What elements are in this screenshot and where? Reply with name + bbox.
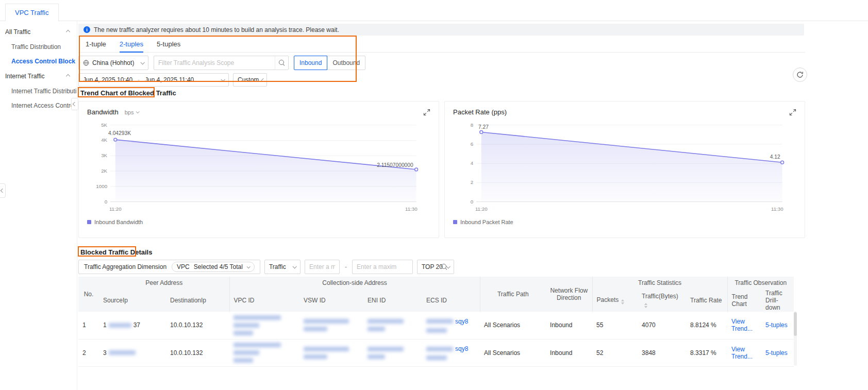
view-trend-link[interactable]: View Trend... <box>731 318 753 332</box>
date-row: Jun 4, 2025 10:40 - Jun 4, 2025 11:40 Cu… <box>78 73 267 87</box>
redacted-value <box>109 323 131 328</box>
table-row: 1 1 37 10.0.10.132 <box>78 312 794 339</box>
aggregation-selected-count: Selected 4/5 Total <box>194 263 243 270</box>
sidebar-collapse-button[interactable] <box>71 98 78 110</box>
redacted-value <box>233 350 259 355</box>
table-vertical-scrollbar[interactable] <box>794 311 797 366</box>
col-header-destinationip: DestinationIp <box>166 289 229 312</box>
chevron-down-icon <box>292 264 296 268</box>
col-header-traffic-bytes[interactable]: Traffic(Bytes) <box>638 289 686 312</box>
svg-text:7.27: 7.27 <box>478 124 489 130</box>
details-filter-row: Traffic Aggregation Dimension VPC Select… <box>78 260 454 274</box>
info-icon <box>84 26 90 33</box>
col-header-no: No. <box>78 277 99 312</box>
sidebar-group-internet-traffic[interactable]: Internet Traffic <box>0 69 77 84</box>
sort-icon[interactable] <box>644 303 647 308</box>
cell-vsw-id <box>299 339 363 366</box>
cell-ecs-id: sqy8 <box>422 339 480 366</box>
chevron-left-icon <box>1 189 5 193</box>
redacted-value <box>368 327 385 331</box>
chevron-up-icon <box>66 74 70 78</box>
five-tuples-link[interactable]: 5-tuples <box>765 349 788 357</box>
outbound-button[interactable]: Outbound <box>327 56 365 70</box>
chevron-down-icon <box>140 60 144 64</box>
sidebar-item-traffic-distribution[interactable]: Traffic Distribution <box>0 40 77 54</box>
expand-chart-button[interactable] <box>789 109 796 116</box>
metric-select[interactable]: Traffic <box>264 260 301 274</box>
min-value-input[interactable] <box>309 263 335 270</box>
globe-icon <box>83 60 89 66</box>
sidebar-item-access-control-block[interactable]: Access Control Block ... <box>0 54 77 69</box>
range-mode-select[interactable]: Custom <box>233 73 267 87</box>
sidebar-item-internet-access-control[interactable]: Internet Access Control ... <box>0 98 77 113</box>
tab-vpc-traffic[interactable]: VPC Traffic <box>5 4 59 22</box>
legend-label: Inbound Bandwidth <box>94 219 143 225</box>
col-group-traffic-statistics: Traffic Statistics <box>592 277 727 289</box>
col-header-direction: Network Flow Direction <box>546 277 592 312</box>
date-start-value: Jun 4, 2025 10:40 <box>83 76 132 83</box>
metric-select-value: Traffic <box>269 263 286 270</box>
svg-text:11:30: 11:30 <box>771 206 783 212</box>
packet-rate-chart: 8 6 4 2 0 7.27 4.12 11:20 11:30 <box>450 118 799 217</box>
chevron-down-icon <box>247 265 251 268</box>
redacted-value <box>368 347 404 351</box>
sidebar-group-all-traffic[interactable]: All Traffic <box>0 24 77 40</box>
search-icon <box>279 60 285 66</box>
redacted-value <box>426 355 447 360</box>
sort-icon[interactable] <box>621 299 624 304</box>
refresh-icon <box>796 71 804 78</box>
tab-5-tuples[interactable]: 5-tuples <box>157 38 180 53</box>
search-button[interactable] <box>275 56 288 70</box>
aggregation-dimension-label: Traffic Aggregation Dimension <box>84 263 166 270</box>
redacted-value <box>304 319 349 324</box>
max-value-field <box>352 260 413 274</box>
sidebar: All Traffic Traffic Distribution Access … <box>0 21 77 390</box>
unit-select[interactable]: bps <box>125 109 139 115</box>
svg-text:11:30: 11:30 <box>405 206 418 212</box>
search-input[interactable] <box>154 59 275 66</box>
top-n-select[interactable]: TOP 20 <box>417 260 454 274</box>
svg-text:4.12: 4.12 <box>770 154 780 160</box>
svg-text:6: 6 <box>471 141 474 147</box>
chevron-down-icon <box>221 77 225 81</box>
ecs-id-link[interactable]: sqy8 <box>455 345 468 352</box>
region-select[interactable]: China (Hohhot) <box>78 56 148 70</box>
tab-1-tuple[interactable]: 1-tuple <box>86 38 106 53</box>
date-range-separator: - <box>138 76 140 83</box>
date-end-value: Jun 4, 2025 11:40 <box>145 76 194 83</box>
redacted-value <box>304 327 327 331</box>
min-value-field <box>305 260 340 274</box>
date-range-picker[interactable]: Jun 4, 2025 10:40 - Jun 4, 2025 11:40 <box>78 73 229 87</box>
svg-text:5K: 5K <box>101 122 107 128</box>
bandwidth-chart: 5K 4K 3K 2K 1000 0 4.04293K 2.1150700000… <box>85 118 433 217</box>
aggregation-dimension-select[interactable]: VPC Selected 4/5 Total <box>172 262 255 272</box>
chart-legend[interactable]: Inbound Packet Rate <box>445 217 805 225</box>
panel-collapse-button[interactable] <box>0 183 6 198</box>
view-trend-link[interactable]: View Trend... <box>731 346 753 360</box>
svg-text:11:20: 11:20 <box>109 206 122 212</box>
col-header-packets[interactable]: Packets <box>592 289 638 312</box>
info-banner-text: The new traffic analyzer requires about … <box>94 26 339 33</box>
ecs-id-link[interactable]: sqy8 <box>455 318 468 325</box>
top-n-value: TOP 20 <box>422 263 443 270</box>
svg-text:4: 4 <box>471 160 474 166</box>
col-group-traffic-observation: Traffic Observation <box>727 277 794 289</box>
five-tuples-link[interactable]: 5-tuples <box>765 321 788 329</box>
sidebar-item-internet-traffic-distribution[interactable]: Internet Traffic Distributi... <box>0 84 77 98</box>
aggregation-dimension-control: Traffic Aggregation Dimension VPC Select… <box>78 260 260 274</box>
col-header-traffic-path: Traffic Path <box>480 277 546 312</box>
tab-2-tuples[interactable]: 2-tuples <box>120 38 143 53</box>
chart-legend[interactable]: Inbound Bandwidth <box>79 217 439 225</box>
cell-traffic-rate: 8.8124 % <box>686 312 727 339</box>
inbound-button[interactable]: Inbound <box>294 56 327 70</box>
col-group-peer-address: Peer Address <box>99 277 229 289</box>
chevron-up-icon <box>66 30 70 34</box>
range-separator: - <box>345 263 347 270</box>
refresh-button[interactable] <box>793 67 807 82</box>
col-header-traffic-drilldown: Traffic Drill-down <box>761 289 794 312</box>
scrollbar-thumb[interactable] <box>794 312 797 336</box>
expand-chart-button[interactable] <box>423 109 430 116</box>
chevron-down-icon <box>261 78 264 81</box>
redacted-value <box>233 358 253 363</box>
chevron-down-icon <box>136 110 140 113</box>
